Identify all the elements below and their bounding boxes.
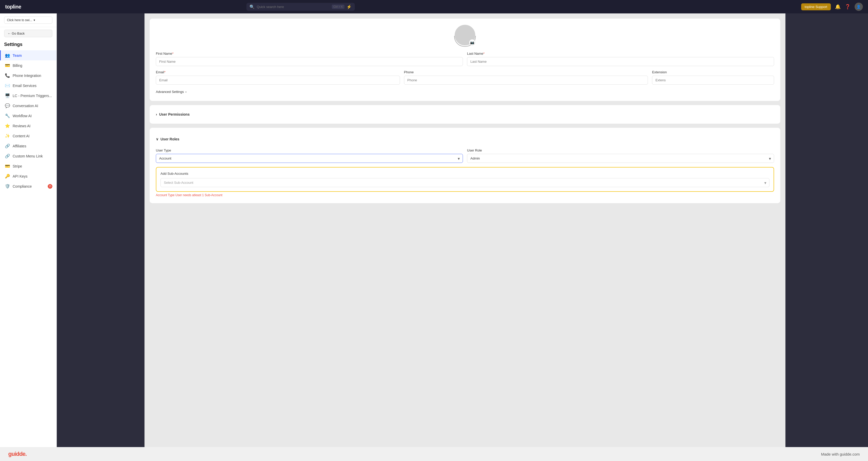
advanced-settings-row[interactable]: Advanced Settings › — [156, 89, 774, 95]
user-type-label: User Type — [156, 148, 463, 152]
email-group: Email* — [156, 70, 400, 85]
sidebar-item-api-keys[interactable]: 🔑 API Keys — [0, 171, 57, 181]
search-shortcut: Ctrl + K — [332, 5, 344, 9]
sidebar-item-label: Content AI — [13, 134, 29, 138]
guidde-logo: guidde. — [8, 451, 27, 457]
reviews-icon: ⭐ — [5, 123, 10, 128]
help-icon[interactable]: ❓ — [845, 4, 850, 9]
support-button[interactable]: topline Support — [801, 3, 831, 10]
avatar-section: 📷 — [156, 25, 774, 45]
first-name-input[interactable] — [156, 57, 463, 66]
notification-icon[interactable]: 🔔 — [835, 4, 841, 9]
name-row: First Name* Last Name* — [156, 52, 774, 66]
right-overlay — [785, 13, 868, 447]
camera-icon[interactable]: 📷 — [469, 39, 475, 45]
sidebar-item-affiliates[interactable]: 🔗 Affiliates — [0, 141, 57, 151]
api-icon: 🔑 — [5, 174, 10, 179]
user-type-row: User Type Account User Role Admin — [156, 148, 774, 163]
sidebar-item-label: Billing — [13, 63, 22, 68]
extension-input[interactable] — [652, 75, 774, 85]
sidebar-top: Click here to swi... ▾ — [0, 13, 57, 27]
billing-icon: 💳 — [5, 63, 10, 68]
user-type-group: User Type Account — [156, 148, 463, 163]
sidebar-item-reviews[interactable]: ⭐ Reviews AI — [0, 121, 57, 131]
sidebar-item-compliance[interactable]: 🛡️ Compliance 15 — [0, 181, 57, 191]
user-roles-card: ∨ User Roles User Type Account Us — [150, 128, 780, 203]
phone-input[interactable] — [404, 75, 648, 85]
sidebar-item-stripe[interactable]: 💳 Stripe — [0, 161, 57, 171]
sidebar-item-label: Custom Menu Link — [13, 154, 43, 158]
sidebar-item-label: Compliance — [13, 184, 32, 188]
email-input[interactable] — [156, 75, 400, 85]
profile-card: 📷 First Name* Last Name* — [150, 19, 780, 101]
main-layout: Click here to swi... ▾ ← Go Back Setting… — [0, 13, 868, 447]
sidebar-item-team[interactable]: 👥 Team — [0, 50, 57, 60]
user-role-label: User Role — [467, 148, 774, 152]
last-name-group: Last Name* — [467, 52, 774, 66]
content-area: 📷 First Name* Last Name* — [57, 13, 868, 447]
affiliates-icon: 🔗 — [5, 144, 10, 148]
footer: guidde. Made with guidde.com — [0, 447, 868, 461]
extension-group: Extension — [652, 70, 774, 85]
sidebar-item-phone[interactable]: 📞 Phone Integration — [0, 70, 57, 81]
user-type-select[interactable]: Account — [156, 154, 463, 163]
chevron-right-icon: › — [185, 90, 186, 94]
search-icon: 🔍 — [249, 4, 255, 9]
conversation-icon: 💬 — [5, 103, 10, 108]
required-star: * — [483, 52, 485, 56]
advanced-settings-label: Advanced Settings — [156, 90, 184, 94]
phone-icon: 📞 — [5, 73, 10, 78]
settings-title: Settings — [0, 40, 57, 50]
last-name-input[interactable] — [467, 57, 774, 66]
user-roles-toggle[interactable]: ∨ User Roles — [156, 134, 774, 144]
first-name-label: First Name* — [156, 52, 463, 56]
required-star: * — [164, 70, 166, 74]
switch-button[interactable]: Click here to swi... ▾ — [4, 17, 52, 24]
phone-label: Phone — [404, 70, 648, 74]
last-name-label: Last Name* — [467, 52, 774, 56]
sidebar-item-label: API Keys — [13, 174, 28, 178]
sidebar-item-label: Team — [13, 54, 22, 58]
sidebar-item-label: Phone Integration — [13, 73, 41, 78]
sidebar-item-billing[interactable]: 💳 Billing — [0, 60, 57, 70]
sidebar-item-conversation[interactable]: 💬 Conversation AI — [0, 101, 57, 111]
user-permissions-toggle[interactable]: › User Permissions — [156, 109, 774, 120]
user-permissions-label: User Permissions — [159, 112, 190, 116]
sidebar-item-email[interactable]: ✉️ Email Services — [0, 81, 57, 91]
error-message: Account Type User needs atleast 1 Sub-Ac… — [156, 193, 774, 197]
phone-group: Phone — [404, 70, 648, 85]
chevron-down-icon: ▾ — [34, 18, 35, 22]
profile-avatar[interactable]: 📷 — [455, 25, 475, 45]
go-back-button[interactable]: ← Go Back — [4, 30, 52, 37]
workflow-icon: 🔧 — [5, 113, 10, 118]
contact-row: Email* Phone Extension — [156, 70, 774, 85]
team-icon: 👥 — [5, 53, 10, 58]
user-role-select[interactable]: Admin — [467, 154, 774, 163]
sidebar-item-label: Reviews AI — [13, 124, 30, 128]
avatar[interactable]: 👤 — [855, 3, 863, 11]
sub-accounts-label: Add Sub-Accounts — [160, 172, 769, 176]
sidebar-item-lc-premium[interactable]: 🖥️ LC - Premium Triggers... — [0, 91, 57, 101]
sidebar: Click here to swi... ▾ ← Go Back Setting… — [0, 13, 57, 447]
topnav: topline 🔍 Ctrl + K ⚡ topline Support 🔔 ❓… — [0, 0, 868, 13]
sidebar-item-content[interactable]: ✨ Content AI — [0, 131, 57, 141]
sidebar-item-label: Conversation AI — [13, 104, 38, 108]
search-input[interactable] — [257, 5, 330, 9]
lc-icon: 🖥️ — [5, 93, 10, 98]
compliance-badge: 15 — [48, 184, 52, 189]
search-bar[interactable]: 🔍 Ctrl + K ⚡ — [246, 3, 355, 11]
left-overlay — [57, 13, 145, 447]
first-name-group: First Name* — [156, 52, 463, 66]
sidebar-item-workflow[interactable]: 🔧 Workflow AI — [0, 111, 57, 121]
stripe-icon: 💳 — [5, 164, 10, 168]
sidebar-item-label: LC - Premium Triggers... — [13, 94, 52, 98]
email-icon: ✉️ — [5, 83, 10, 88]
sidebar-item-label: Stripe — [13, 164, 22, 168]
user-type-select-wrapper: Account — [156, 154, 463, 163]
chevron-right-icon: › — [156, 112, 157, 116]
email-label: Email* — [156, 70, 400, 74]
user-permissions-card: › User Permissions — [150, 105, 780, 124]
lightning-icon: ⚡ — [346, 4, 352, 9]
sidebar-item-custom-menu[interactable]: 🔗 Custom Menu Link — [0, 151, 57, 161]
sub-account-select[interactable]: Select Sub-Account — [160, 178, 769, 187]
